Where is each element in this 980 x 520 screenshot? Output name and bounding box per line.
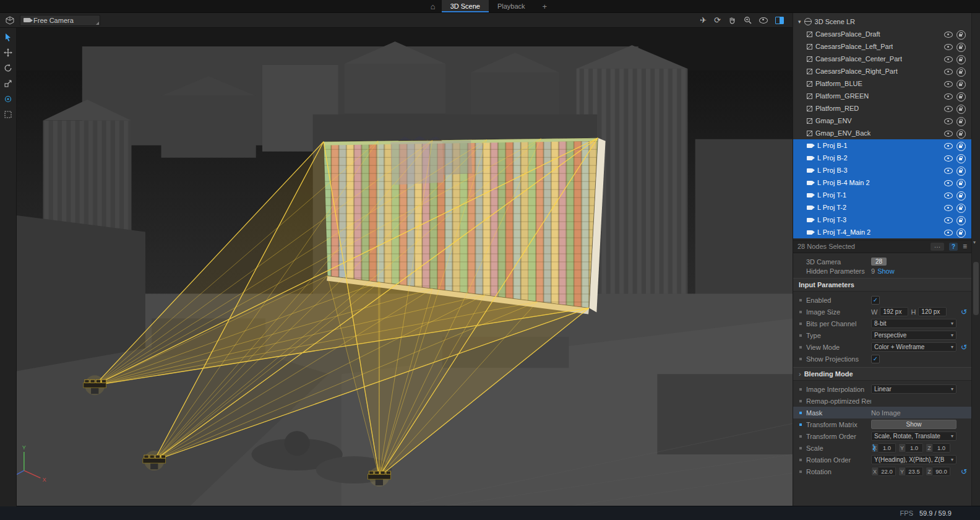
split-view-icon[interactable] (775, 17, 784, 24)
tree-item-selected[interactable]: L Proj B-1 (793, 139, 971, 152)
lock-icon[interactable] (956, 191, 966, 201)
fly-mode-icon[interactable]: ✈ (700, 16, 707, 24)
section-input-parameters[interactable]: Input Parameters (793, 278, 971, 292)
tree-item[interactable]: Gmap_ENV (793, 115, 971, 127)
tree-item-selected[interactable]: L Proj T-4_Main 2 (793, 226, 971, 238)
lock-icon[interactable] (956, 129, 966, 139)
bits-dropdown[interactable]: 8-bit▾ (871, 319, 956, 328)
tree-item-selected[interactable]: L Proj T-3 (793, 214, 971, 226)
visibility-icon[interactable] (944, 217, 953, 225)
lock-icon[interactable] (956, 30, 966, 40)
reset-icon[interactable]: ↺ (961, 344, 967, 351)
lock-icon[interactable] (956, 167, 966, 176)
marquee-select-tool-icon[interactable] (2, 109, 14, 120)
tree-item-selected[interactable]: L Proj B-2 (793, 152, 971, 164)
tab-playback[interactable]: Playback (489, 0, 534, 12)
show-hidden-link[interactable]: Show (877, 267, 895, 275)
rotation-order-dropdown[interactable]: Y(Heading), X(Pitch), Z(B▾ (871, 455, 956, 464)
height-input[interactable]: 120 px (918, 307, 947, 316)
select-tool-icon[interactable] (2, 32, 14, 43)
tree-item-selected[interactable]: L Proj B-4 Main 2 (793, 176, 971, 189)
lock-icon[interactable] (956, 228, 966, 238)
more-icon[interactable]: … (931, 243, 944, 251)
menu-icon[interactable]: ≡ (963, 242, 967, 251)
help-icon[interactable]: ? (949, 243, 958, 251)
visibility-icon[interactable] (944, 205, 953, 212)
reset-icon[interactable]: ↺ (961, 308, 967, 316)
lock-icon[interactable] (956, 142, 966, 151)
tree-item-selected[interactable]: L Proj T-1 (793, 189, 971, 201)
tree-item[interactable]: CaesarsPalace_Right_Part (793, 65, 971, 77)
visibility-icon[interactable] (944, 44, 953, 51)
lock-icon[interactable] (956, 179, 966, 188)
show-hide-eye-icon[interactable] (759, 17, 768, 24)
lock-icon[interactable] (956, 105, 966, 114)
lock-icon[interactable] (956, 154, 966, 163)
tree-item[interactable]: Platform_BLUE (793, 77, 971, 90)
scrollbar-handle[interactable] (973, 262, 979, 315)
tree-item[interactable]: Gmap_ENV_Back (793, 127, 971, 139)
visibility-icon[interactable] (944, 155, 953, 163)
scale-tool-icon[interactable] (2, 78, 14, 89)
visibility-icon[interactable] (944, 143, 953, 150)
tree-item[interactable]: Platform_RED (793, 102, 971, 115)
panel-scrollbar[interactable]: ▾ (971, 13, 980, 506)
chevron-down-icon[interactable]: ▾ (798, 19, 801, 25)
visibility-icon[interactable] (944, 131, 953, 138)
visibility-icon[interactable] (944, 230, 953, 237)
lock-icon[interactable] (956, 67, 966, 77)
reset-icon[interactable]: ↺ (961, 468, 967, 475)
lock-icon[interactable] (956, 92, 966, 102)
visibility-icon[interactable] (944, 81, 953, 89)
lock-icon[interactable] (956, 55, 966, 64)
tree-item[interactable]: Platform_GREEN (793, 90, 971, 102)
visibility-icon[interactable] (944, 56, 953, 64)
visibility-icon[interactable] (944, 180, 953, 188)
lock-icon[interactable] (956, 80, 966, 89)
visibility-icon[interactable] (944, 69, 953, 76)
scale-y-input[interactable]: 1.0 (906, 443, 923, 453)
tree-item-selected[interactable]: L Proj B-3 (793, 164, 971, 176)
scroll-down-icon[interactable]: ▾ (973, 240, 976, 245)
show-projections-checkbox[interactable]: ✓ (871, 355, 880, 363)
scale-x-input[interactable]: 1.0 (879, 443, 896, 453)
tree-item[interactable]: CaesarsPalace_Draft (793, 28, 971, 40)
scale-z-input[interactable]: 1.0 (933, 443, 950, 453)
show-matrix-button[interactable]: Show (871, 420, 956, 429)
add-tab-button[interactable]: + (534, 0, 556, 12)
lock-icon[interactable] (956, 216, 966, 225)
width-input[interactable]: 192 px (880, 307, 908, 316)
pan-hand-icon[interactable] (728, 16, 736, 24)
tree-item[interactable]: CaesarsPalace_Center_Part (793, 53, 971, 65)
lock-icon[interactable] (956, 43, 966, 52)
interpolation-dropdown[interactable]: Linear▾ (871, 384, 956, 394)
tree-item[interactable]: CaesarsPalace_Left_Part (793, 40, 971, 53)
tab-3d-scene[interactable]: 3D Scene (442, 0, 489, 12)
home-tab[interactable]: ⌂ (424, 0, 442, 12)
view-mode-dropdown[interactable]: Color + Wireframe▾ (871, 342, 956, 352)
rotation-x-input[interactable]: 22.0 (879, 467, 896, 476)
rotate-tool-icon[interactable] (2, 63, 14, 74)
visibility-icon[interactable] (944, 106, 953, 113)
tree-item-selected[interactable]: L Proj T-2 (793, 201, 971, 214)
section-blending-mode[interactable]: › Blending Mode (793, 367, 971, 381)
visibility-icon[interactable] (944, 168, 953, 175)
move-tool-icon[interactable] (2, 47, 14, 58)
visibility-icon[interactable] (944, 32, 953, 39)
tree-root[interactable]: ▾ 3D Scene LR (793, 15, 971, 28)
orbit-icon[interactable]: ⟳ (714, 16, 721, 24)
lock-icon[interactable] (956, 117, 966, 126)
lock-icon[interactable] (956, 204, 966, 213)
3d-viewport[interactable]: Y X Z (0, 28, 793, 506)
snap-tool-icon[interactable] (2, 93, 14, 105)
rotation-z-input[interactable]: 90.0 (933, 467, 950, 476)
param-mask[interactable]: Mask No Image (793, 407, 971, 418)
camera-selector-dropdown[interactable]: Free Camera (20, 15, 100, 26)
enabled-checkbox[interactable]: ✓ (871, 296, 880, 305)
visibility-icon[interactable] (944, 193, 953, 200)
type-dropdown[interactable]: Perspective▾ (871, 331, 956, 340)
zoom-icon[interactable] (744, 16, 752, 24)
visibility-icon[interactable] (944, 118, 953, 126)
uniform-scale-link-icon[interactable] (870, 444, 877, 453)
viewport-gizmo-icon[interactable] (5, 16, 15, 25)
